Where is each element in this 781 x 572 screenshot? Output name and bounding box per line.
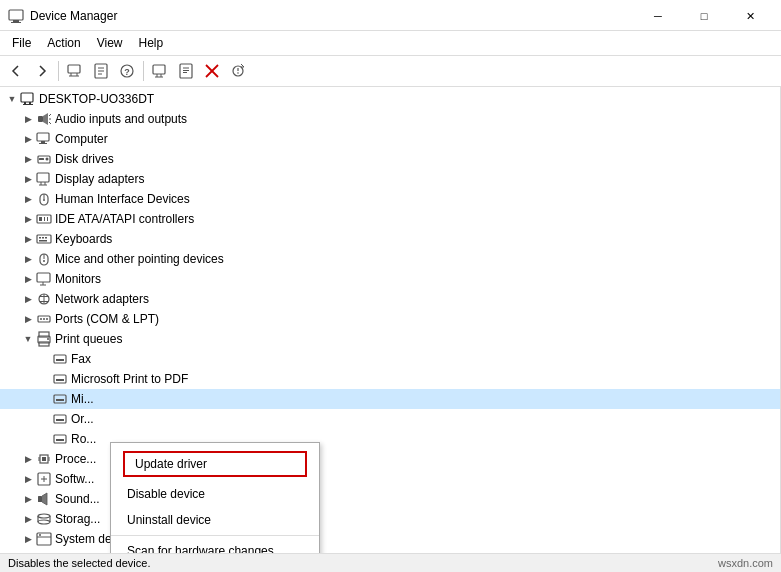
svg-rect-50 xyxy=(47,217,48,221)
ctx-separator xyxy=(111,535,319,536)
expand-usb[interactable]: ▶ xyxy=(20,551,36,553)
remove-button[interactable] xyxy=(200,59,224,83)
tree-item-audio[interactable]: ▶ Audio inputs and outputs xyxy=(0,109,780,129)
forward-button[interactable] xyxy=(30,59,54,83)
status-text: Disables the selected device. xyxy=(8,557,150,569)
ctx-disable-device[interactable]: Disable device xyxy=(111,481,319,507)
expand-softw[interactable]: ▶ xyxy=(20,471,36,487)
tree-item-hid[interactable]: ▶ Human Interface Devices xyxy=(0,189,780,209)
audio-label: Audio inputs and outputs xyxy=(55,112,187,126)
usb-icon xyxy=(36,551,52,553)
or-label: Or... xyxy=(71,412,94,426)
maximize-button[interactable]: □ xyxy=(681,6,727,26)
display-icon xyxy=(36,171,52,187)
tree-item-ide[interactable]: ▶ IDE ATA/ATAPI controllers xyxy=(0,209,780,229)
expand-monitors[interactable]: ▶ xyxy=(20,271,36,287)
fax-icon xyxy=(52,351,68,367)
svg-rect-48 xyxy=(39,217,42,221)
computer-node-icon xyxy=(36,131,52,147)
tree-item-mice[interactable]: ▶ Mice and other pointing devices xyxy=(0,249,780,269)
minimize-button[interactable]: ─ xyxy=(635,6,681,26)
display-button[interactable] xyxy=(148,59,172,83)
mi-icon xyxy=(52,391,68,407)
status-watermark: wsxdn.com xyxy=(718,557,773,569)
mice-icon xyxy=(36,251,52,267)
tree-item-or[interactable]: Or... xyxy=(0,409,780,429)
svg-text:?: ? xyxy=(124,67,130,77)
help-button[interactable]: ? xyxy=(115,59,139,83)
svg-rect-27 xyxy=(24,102,26,104)
title-controls: ─ □ ✕ xyxy=(635,6,773,26)
menu-help[interactable]: Help xyxy=(131,33,172,53)
expand-audio[interactable]: ▶ xyxy=(20,111,36,127)
tree-item-mi[interactable]: Mi... xyxy=(0,389,780,409)
softw-label: Softw... xyxy=(55,472,94,486)
tree-item-network[interactable]: ▶ Network adapters xyxy=(0,289,780,309)
system-icon xyxy=(36,531,52,547)
svg-rect-54 xyxy=(45,237,47,239)
tree-item-display[interactable]: ▶ Display adapters xyxy=(0,169,780,189)
keyboard-icon xyxy=(36,231,52,247)
expand-ide[interactable]: ▶ xyxy=(20,211,36,227)
menu-file[interactable]: File xyxy=(4,33,39,53)
ctx-scan-hardware[interactable]: Scan for hardware changes xyxy=(111,538,319,553)
expand-mice[interactable]: ▶ xyxy=(20,251,36,267)
ctx-uninstall-device[interactable]: Uninstall device xyxy=(111,507,319,533)
svg-rect-51 xyxy=(37,235,51,243)
svg-rect-79 xyxy=(56,399,64,401)
pdf-label: Microsoft Print to PDF xyxy=(71,372,188,386)
svg-point-46 xyxy=(43,199,45,201)
svg-point-73 xyxy=(47,338,49,340)
tree-item-monitors[interactable]: ▶ Monitors xyxy=(0,269,780,289)
scan-button[interactable] xyxy=(226,59,250,83)
or-icon xyxy=(52,411,68,427)
print-icon xyxy=(36,331,52,347)
tree-root[interactable]: ▼ DESKTOP-UO336DT xyxy=(0,89,780,109)
expand-hid[interactable]: ▶ xyxy=(20,191,36,207)
svg-point-94 xyxy=(38,514,50,518)
svg-line-33 xyxy=(49,122,51,124)
expand-display[interactable]: ▶ xyxy=(20,171,36,187)
expand-print[interactable]: ▼ xyxy=(20,331,36,347)
menu-view[interactable]: View xyxy=(89,33,131,53)
info-button[interactable] xyxy=(174,59,198,83)
properties-button[interactable] xyxy=(89,59,113,83)
svg-point-101 xyxy=(39,534,41,536)
expand-root[interactable]: ▼ xyxy=(4,91,20,107)
keyboard-label: Keyboards xyxy=(55,232,112,246)
menu-action[interactable]: Action xyxy=(39,33,88,53)
app-icon xyxy=(8,8,24,24)
tree-item-computer[interactable]: ▶ Computer xyxy=(0,129,780,149)
svg-rect-49 xyxy=(44,217,45,221)
expand-disk[interactable]: ▶ xyxy=(20,151,36,167)
expand-network[interactable]: ▶ xyxy=(20,291,36,307)
tree-item-disk[interactable]: ▶ Disk drives xyxy=(0,149,780,169)
title-bar: Device Manager ─ □ ✕ xyxy=(0,0,781,31)
network-label: Network adapters xyxy=(55,292,149,306)
expand-system[interactable]: ▶ xyxy=(20,531,36,547)
expand-ro xyxy=(36,431,52,447)
computer-button[interactable] xyxy=(63,59,87,83)
svg-rect-0 xyxy=(9,10,23,20)
svg-rect-55 xyxy=(39,240,47,242)
tree-item-print[interactable]: ▼ Print queues xyxy=(0,329,780,349)
tree-item-pdf[interactable]: Microsoft Print to PDF xyxy=(0,369,780,389)
tree-item-keyboard[interactable]: ▶ Keyboards xyxy=(0,229,780,249)
close-button[interactable]: ✕ xyxy=(727,6,773,26)
tree-item-ports[interactable]: ▶ Ports (COM & LPT) xyxy=(0,309,780,329)
monitors-label: Monitors xyxy=(55,272,101,286)
expand-ports[interactable]: ▶ xyxy=(20,311,36,327)
expand-storag[interactable]: ▶ xyxy=(20,511,36,527)
hid-icon xyxy=(36,191,52,207)
ports-icon xyxy=(36,311,52,327)
expand-keyboard[interactable]: ▶ xyxy=(20,231,36,247)
menu-bar: File Action View Help xyxy=(0,31,781,56)
mi-label: Mi... xyxy=(71,392,94,406)
expand-proce[interactable]: ▶ xyxy=(20,451,36,467)
expand-computer[interactable]: ▶ xyxy=(20,131,36,147)
expand-sound[interactable]: ▶ xyxy=(20,491,36,507)
svg-rect-28 xyxy=(29,102,31,104)
ctx-update-driver[interactable]: Update driver xyxy=(123,451,307,477)
tree-item-fax[interactable]: Fax xyxy=(0,349,780,369)
back-button[interactable] xyxy=(4,59,28,83)
